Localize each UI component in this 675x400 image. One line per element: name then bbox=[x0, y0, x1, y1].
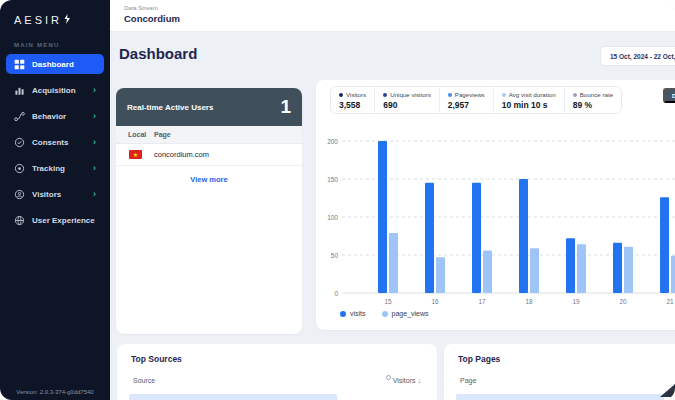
top-bar: Data Stream Concordium bbox=[110, 0, 675, 32]
realtime-table-header: Local Page bbox=[116, 126, 302, 144]
main-area: Data Stream Concordium Dashboard 15 Oct,… bbox=[110, 0, 675, 400]
chevron-right-icon: › bbox=[93, 86, 96, 95]
svg-text:100: 100 bbox=[327, 214, 338, 221]
realtime-panel-header: Real-time Active Users 1 bbox=[116, 88, 302, 126]
legend-dot-icon bbox=[340, 311, 346, 317]
metric-value: 3,558 bbox=[339, 100, 366, 110]
column-page: Page bbox=[460, 377, 476, 384]
sidebar-item-label: Dashboard bbox=[32, 60, 96, 69]
table-row[interactable] bbox=[129, 394, 337, 400]
top-pages-panel: Top Pages Page Pageviews ↓ bbox=[444, 344, 675, 400]
view-more-link[interactable]: View more bbox=[116, 175, 302, 184]
interval-day-button[interactable]: Day bbox=[663, 88, 675, 103]
metric-label: Unique visitors bbox=[390, 91, 431, 98]
metric-bounce-rate[interactable]: Bounce rate 89 % bbox=[564, 87, 621, 113]
top-sources-table-header: Source Visitors ↓ bbox=[133, 377, 421, 384]
chevron-right-icon: › bbox=[93, 138, 96, 147]
realtime-page-value: concordium.com bbox=[154, 150, 209, 159]
metric-avg-visit-duration[interactable]: Avg visit duration 10 min 10 s bbox=[493, 87, 564, 113]
svg-text:15: 15 bbox=[384, 298, 392, 305]
dashboard-content: Dashboard 15 Oct, 2024 - 22 Oct, 2024 Re… bbox=[110, 32, 675, 400]
metric-label: Bounce rate bbox=[580, 91, 613, 98]
visits-bar-chart: 05010015020015161718192021 bbox=[324, 124, 675, 310]
sidebar-item-behavior[interactable]: Behavior › bbox=[6, 106, 104, 126]
sidebar-item-visitors[interactable]: Visitors › bbox=[6, 184, 104, 204]
traffic-chart-panel: Visitors 3,558 Unique visitors 690 Pagev… bbox=[316, 80, 675, 330]
metric-dot-icon bbox=[448, 93, 452, 97]
svg-text:19: 19 bbox=[572, 298, 580, 305]
data-stream-label: Data Stream bbox=[124, 5, 661, 11]
behavior-route-icon bbox=[14, 111, 25, 122]
metric-value: 690 bbox=[383, 100, 431, 110]
metric-dot-icon bbox=[339, 93, 343, 97]
info-icon[interactable] bbox=[386, 375, 391, 380]
svg-text:17: 17 bbox=[478, 298, 486, 305]
visitors-person-icon bbox=[14, 189, 25, 200]
chart-legend: visitspage_views bbox=[340, 310, 429, 317]
sidebar-item-label: Consents bbox=[32, 138, 93, 147]
top-pages-table-header: Page Pageviews ↓ bbox=[460, 377, 675, 384]
sort-desc-icon[interactable]: ↓ bbox=[418, 377, 422, 384]
brand-logo-text: AESIR bbox=[14, 14, 62, 26]
realtime-panel-title: Real-time Active Users bbox=[127, 103, 280, 112]
sidebar-item-label: Acquisition bbox=[32, 86, 93, 95]
chevron-right-icon: › bbox=[93, 190, 96, 199]
mouse-cursor bbox=[660, 384, 675, 397]
metric-value: 2,957 bbox=[448, 100, 485, 110]
sidebar-item-label: Visitors bbox=[32, 190, 93, 199]
realtime-active-users-panel: Real-time Active Users 1 Local Page ★ co… bbox=[116, 88, 302, 334]
dashboard-grid-icon bbox=[14, 59, 25, 70]
sidebar-item-label: User Experience bbox=[32, 216, 96, 225]
date-range-button[interactable]: 15 Oct, 2024 - 22 Oct, 2024 bbox=[600, 46, 675, 66]
column-source: Source bbox=[133, 377, 155, 384]
sidebar-item-user-experience[interactable]: User Experience bbox=[6, 210, 104, 230]
metric-visitors[interactable]: Visitors 3,558 bbox=[331, 87, 374, 113]
metric-value: 89 % bbox=[573, 100, 613, 110]
metric-value: 10 min 10 s bbox=[502, 100, 556, 110]
sidebar-item-consents[interactable]: Consents › bbox=[6, 132, 104, 152]
acquisition-chart-icon bbox=[14, 85, 25, 96]
analytics-app-window: AESIR MAIN MENU Dashboard Acquisition › bbox=[0, 0, 675, 400]
sidebar-item-acquisition[interactable]: Acquisition › bbox=[6, 80, 104, 100]
svg-text:50: 50 bbox=[331, 252, 339, 259]
table-row[interactable] bbox=[456, 394, 664, 400]
sidebar-item-label: Tracking bbox=[32, 164, 93, 173]
svg-text:0: 0 bbox=[334, 290, 338, 297]
metric-label: Visitors bbox=[346, 91, 366, 98]
chevron-right-icon: › bbox=[93, 112, 96, 121]
top-sources-panel: Top Sources Source Visitors ↓ bbox=[117, 344, 437, 400]
top-pages-title: Top Pages bbox=[458, 354, 500, 364]
metric-label: Pageviews bbox=[455, 91, 485, 98]
brand-logo: AESIR bbox=[0, 0, 110, 26]
svg-text:20: 20 bbox=[619, 298, 627, 305]
sidebar-menu: Dashboard Acquisition › Behavior › bbox=[0, 54, 110, 230]
page-title: Dashboard bbox=[119, 45, 197, 62]
metric-dot-icon bbox=[502, 93, 506, 97]
sidebar-item-dashboard[interactable]: Dashboard bbox=[6, 54, 104, 74]
legend-item-visits[interactable]: visits bbox=[340, 310, 366, 317]
metric-dot-icon bbox=[573, 93, 577, 97]
top-sources-title: Top Sources bbox=[131, 354, 182, 364]
metric-label: Avg visit duration bbox=[509, 91, 556, 98]
vietnam-flag-icon: ★ bbox=[129, 150, 142, 159]
consents-check-icon bbox=[14, 137, 25, 148]
user-experience-globe-icon bbox=[14, 215, 25, 226]
svg-text:18: 18 bbox=[525, 298, 533, 305]
sidebar-item-label: Behavior bbox=[32, 112, 93, 121]
realtime-active-users-count: 1 bbox=[280, 96, 291, 118]
lightning-icon bbox=[63, 14, 71, 26]
sidebar: AESIR MAIN MENU Dashboard Acquisition › bbox=[0, 0, 110, 400]
column-visitors[interactable]: Visitors bbox=[393, 377, 416, 384]
metric-unique-visitors[interactable]: Unique visitors 690 bbox=[374, 87, 439, 113]
legend-dot-icon bbox=[382, 311, 388, 317]
menu-section-label: MAIN MENU bbox=[14, 42, 110, 48]
data-stream-name[interactable]: Concordium bbox=[124, 13, 661, 24]
svg-text:150: 150 bbox=[327, 176, 338, 183]
realtime-table-row[interactable]: ★ concordium.com bbox=[116, 144, 302, 166]
metric-dot-icon bbox=[383, 93, 387, 97]
svg-text:200: 200 bbox=[327, 138, 338, 145]
metric-pageviews[interactable]: Pageviews 2,957 bbox=[439, 87, 493, 113]
legend-label: page_views bbox=[392, 310, 429, 317]
sidebar-item-tracking[interactable]: Tracking › bbox=[6, 158, 104, 178]
legend-item-page_views[interactable]: page_views bbox=[382, 310, 429, 317]
